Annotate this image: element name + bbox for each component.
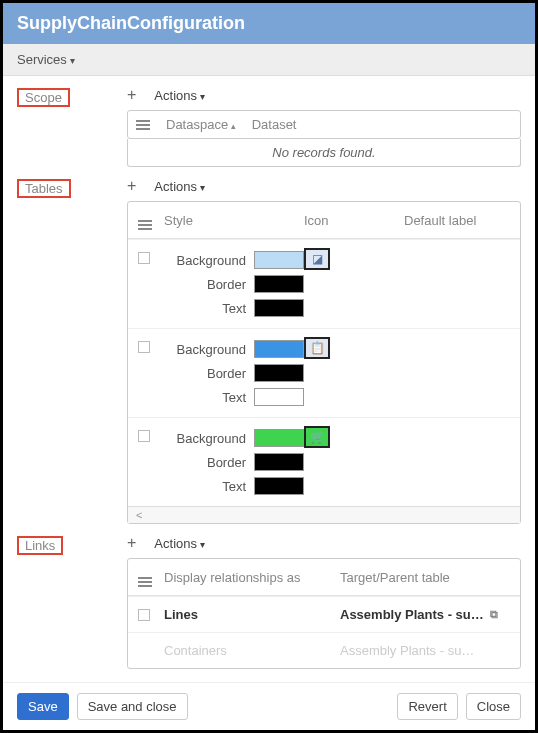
- link-display-value: Containers: [164, 643, 340, 658]
- swatch-text[interactable]: [254, 299, 304, 317]
- tables-actions-dropdown[interactable]: Actions: [154, 179, 204, 194]
- table-row[interactable]: BackgroundBorderText🛒: [128, 417, 520, 506]
- open-external-icon[interactable]: ⧉: [490, 608, 498, 621]
- label-text: Text: [222, 390, 246, 405]
- row-checkbox[interactable]: [138, 609, 150, 621]
- scroll-hint[interactable]: <: [128, 506, 520, 523]
- revert-button[interactable]: Revert: [397, 693, 457, 720]
- label-bg: Background: [177, 253, 246, 268]
- col-display-as[interactable]: Display relationships as: [164, 570, 340, 585]
- swatch-bg[interactable]: [254, 251, 304, 269]
- scope-empty-message: No records found.: [127, 139, 521, 167]
- link-target-value: Assembly Plants - su…: [340, 643, 510, 658]
- row-checkbox[interactable]: [138, 341, 150, 353]
- label-text: Text: [222, 301, 246, 316]
- label-border: Border: [207, 277, 246, 292]
- hamburger-icon[interactable]: [138, 577, 152, 587]
- clipboard-icon[interactable]: 📋: [304, 337, 330, 359]
- label-border: Border: [207, 455, 246, 470]
- label-bg: Background: [177, 431, 246, 446]
- swatch-bg[interactable]: [254, 340, 304, 358]
- row-checkbox[interactable]: [138, 252, 150, 264]
- cart-icon[interactable]: 🛒: [304, 426, 330, 448]
- label-border: Border: [207, 366, 246, 381]
- col-dataspace[interactable]: Dataspace: [166, 117, 236, 132]
- swatch-border[interactable]: [254, 364, 304, 382]
- swatch-border[interactable]: [254, 453, 304, 471]
- table-row[interactable]: BackgroundBorderText📋: [128, 328, 520, 417]
- swatch-text[interactable]: [254, 477, 304, 495]
- tables-header-row: Style Icon Default label: [128, 202, 520, 239]
- close-button[interactable]: Close: [466, 693, 521, 720]
- col-dataset[interactable]: Dataset: [252, 117, 297, 132]
- section-links: Links + Actions Display relationships as…: [17, 534, 521, 669]
- section-tables: Tables + Actions Style Icon Default labe…: [17, 177, 521, 524]
- swatch-text[interactable]: [254, 388, 304, 406]
- list-item[interactable]: LinesAssembly Plants - su… ⧉: [128, 596, 520, 632]
- section-label-scope: Scope: [17, 88, 70, 107]
- swatch-border[interactable]: [254, 275, 304, 293]
- links-header-row: Display relationships as Target/Parent t…: [128, 559, 520, 596]
- row-checkbox[interactable]: [138, 430, 150, 442]
- col-icon[interactable]: Icon: [304, 213, 404, 228]
- tables-add-button[interactable]: +: [127, 177, 136, 195]
- link-display-value: Lines: [164, 607, 340, 622]
- save-close-button[interactable]: Save and close: [77, 693, 188, 720]
- col-target-table[interactable]: Target/Parent table: [340, 570, 510, 585]
- swatch-bg[interactable]: [254, 429, 304, 447]
- save-button[interactable]: Save: [17, 693, 69, 720]
- menu-services[interactable]: Services: [17, 52, 75, 67]
- section-label-tables: Tables: [17, 179, 71, 198]
- hamburger-icon[interactable]: [138, 220, 152, 230]
- scope-add-button[interactable]: +: [127, 86, 136, 104]
- list-item: ContainersAssembly Plants - su…: [128, 632, 520, 668]
- link-target-value: Assembly Plants - su… ⧉: [340, 607, 510, 622]
- menubar: Services: [3, 44, 535, 76]
- label-text: Text: [222, 479, 246, 494]
- links-actions-dropdown[interactable]: Actions: [154, 536, 204, 551]
- links-add-button[interactable]: +: [127, 534, 136, 552]
- col-default-label[interactable]: Default label: [404, 213, 510, 228]
- col-style[interactable]: Style: [164, 213, 304, 228]
- scope-table-header: Dataspace Dataset: [127, 110, 521, 139]
- table-row[interactable]: BackgroundBorderText◪: [128, 239, 520, 328]
- section-scope: Scope + Actions Dataspace Dataset No rec…: [17, 86, 521, 167]
- scope-actions-dropdown[interactable]: Actions: [154, 88, 204, 103]
- hamburger-icon[interactable]: [136, 120, 150, 130]
- section-label-links: Links: [17, 536, 63, 555]
- window-title: SupplyChainConfiguration: [3, 3, 535, 44]
- footer-buttons: Save Save and close Revert Close: [3, 682, 535, 730]
- bookmark-icon[interactable]: ◪: [304, 248, 330, 270]
- label-bg: Background: [177, 342, 246, 357]
